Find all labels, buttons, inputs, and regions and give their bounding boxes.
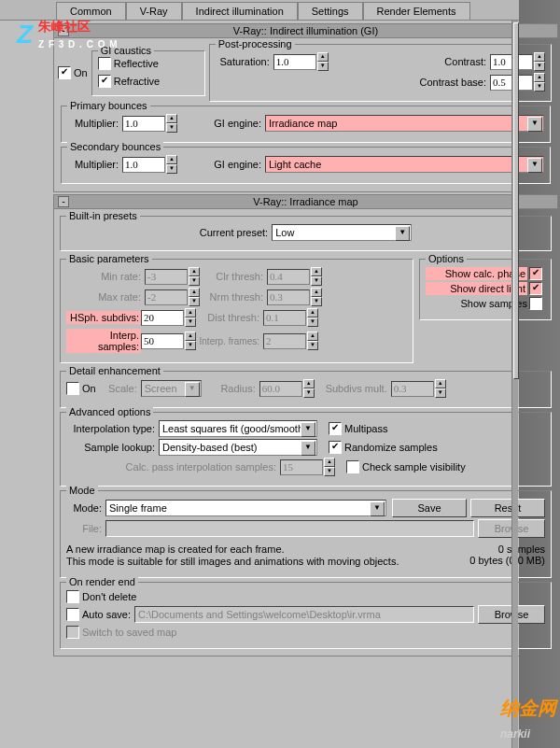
hsph-label: HSph. subdivs:: [66, 311, 141, 324]
interp-frames-spinner[interactable]: 2▲▼: [263, 332, 318, 350]
group-on-render-end: On render end: [66, 576, 138, 587]
min-rate-spinner[interactable]: -3▲▼: [145, 267, 200, 286]
subdivs-mult-spinner[interactable]: 0.3▲▼: [391, 379, 446, 398]
scale-label: Scale:: [96, 383, 141, 394]
bytes-info: 0 bytes (0.0 MB): [469, 555, 545, 566]
secondary-engine-label: GI engine:: [177, 159, 265, 170]
min-rate-label: Min rate:: [66, 271, 145, 282]
on-checkbox[interactable]: ✔On: [58, 66, 88, 79]
radius-spinner[interactable]: 60.0▲▼: [259, 379, 315, 398]
interp-frames-label: Interp. frames:: [196, 336, 263, 346]
tab-vray[interactable]: V-Ray: [126, 2, 182, 20]
group-post-processing: Post-processing: [216, 38, 295, 49]
saturation-label: Saturation:: [216, 56, 273, 67]
max-rate-label: Max rate:: [66, 291, 145, 303]
interp-type-label: Interpolation type:: [66, 423, 159, 434]
group-mode: Mode: [66, 485, 98, 496]
calc-pass-spinner[interactable]: 15▲▼: [280, 458, 335, 476]
interp-type-dropdown[interactable]: Least squares fit (good/smooth▼: [159, 420, 317, 437]
multipass-checkbox[interactable]: ✔Multipass: [329, 422, 387, 435]
interp-samples-spinner[interactable]: 50▲▼: [141, 332, 196, 350]
show-calc-checkbox[interactable]: ✔: [529, 267, 545, 280]
dont-delete-checkbox[interactable]: Don't delete: [66, 590, 136, 603]
tab-settings[interactable]: Settings: [298, 2, 363, 20]
scale-dropdown[interactable]: Screen▼: [141, 380, 202, 397]
detail-on-checkbox[interactable]: On: [66, 382, 96, 395]
randomize-checkbox[interactable]: ✔Randomize samples: [329, 441, 438, 454]
show-direct-checkbox[interactable]: ✔: [529, 282, 545, 295]
dist-thresh-label: Dist thresh:: [196, 312, 263, 323]
chevron-down-icon: ▼: [301, 422, 315, 437]
switch-saved-checkbox[interactable]: Switch to saved map: [66, 626, 177, 639]
group-options: Options: [426, 253, 467, 264]
chevron-down-icon: ▼: [185, 382, 200, 397]
group-secondary-bounces: Secondary bounces: [67, 141, 163, 152]
sample-lookup-dropdown[interactable]: Density-based (best)▼: [159, 439, 317, 456]
secondary-engine-dropdown[interactable]: Light cache▼: [265, 156, 544, 173]
reflective-checkbox[interactable]: Reflective: [98, 57, 159, 70]
scrollbar[interactable]: [511, 21, 518, 748]
watermark-top: Z 朱峰社区Z F 3 D . C O M: [17, 19, 119, 50]
refractive-checkbox[interactable]: ✔Refractive: [98, 75, 161, 88]
check-visibility-checkbox[interactable]: Check sample visibility: [346, 460, 466, 473]
hint-text: A new irradiance map is created for each…: [66, 543, 469, 568]
subdivs-mult-label: Subdivs mult.: [315, 383, 391, 394]
nrm-thresh-label: Nrm thresh:: [200, 291, 267, 303]
hsph-spinner[interactable]: 20▲▼: [141, 308, 196, 327]
auto-save-checkbox[interactable]: Auto save:: [66, 608, 131, 621]
contrast-base-label: Contrast base:: [419, 77, 490, 88]
secondary-mult-label: Multiplier:: [67, 159, 122, 170]
rollout-irr-header[interactable]: -V-Ray:: Irradiance map: [53, 194, 558, 209]
group-basic-parameters: Basic parameters: [66, 253, 152, 264]
tab-render-elements[interactable]: Render Elements: [363, 2, 470, 20]
watermark-bottom: 纳金网narkii: [500, 696, 556, 742]
chevron-down-icon: ▼: [301, 441, 315, 456]
nrm-thresh-spinner[interactable]: 0.3▲▼: [267, 288, 322, 306]
samples-info: 0 samples: [469, 543, 545, 555]
interp-samples-label: Interp. samples:: [66, 329, 141, 353]
max-rate-spinner[interactable]: -2▲▼: [145, 288, 200, 306]
reset-button[interactable]: Reset: [470, 499, 545, 517]
primary-mult-spinner[interactable]: 1.0▲▼: [122, 114, 177, 133]
preset-dropdown[interactable]: Low▼: [272, 224, 412, 241]
calc-pass-label: Calc. pass interpolation samples:: [66, 461, 280, 473]
sample-lookup-label: Sample lookup:: [66, 442, 159, 453]
dist-thresh-spinner[interactable]: 0.1▲▼: [263, 308, 318, 327]
mode-label: Mode:: [66, 502, 105, 514]
primary-mult-label: Multiplier:: [67, 118, 122, 129]
primary-engine-dropdown[interactable]: Irradiance map▼: [265, 115, 544, 132]
group-detail-enhancement: Detail enhancement: [66, 365, 163, 376]
group-advanced-options: Advanced options: [66, 406, 153, 417]
chevron-down-icon: ▼: [527, 117, 542, 132]
chevron-down-icon: ▼: [395, 226, 410, 241]
contrast-label: Contrast:: [329, 56, 490, 67]
file-field[interactable]: [105, 520, 474, 537]
collapse-icon[interactable]: -: [58, 196, 69, 207]
group-builtin-presets: Built-in presets: [66, 210, 140, 221]
chevron-down-icon: ▼: [527, 158, 542, 173]
auto-save-path[interactable]: C:\Documents and Settings\welcome\Deskto…: [134, 606, 474, 623]
chevron-down-icon: ▼: [370, 501, 385, 516]
radius-label: Radius:: [202, 383, 259, 394]
saturation-spinner[interactable]: 1.0▲▼: [273, 52, 329, 71]
tab-indirect-illumination[interactable]: Indirect illumination: [182, 2, 298, 20]
mode-dropdown[interactable]: Single frame▼: [105, 500, 386, 516]
clr-thresh-spinner[interactable]: 0.4▲▼: [267, 267, 322, 286]
show-samples-checkbox[interactable]: [529, 297, 545, 310]
scroll-thumb[interactable]: [513, 22, 519, 379]
save-button[interactable]: Save: [392, 499, 467, 517]
tab-bar: Common V-Ray Indirect illumination Setti…: [0, 0, 560, 21]
group-primary-bounces: Primary bounces: [67, 100, 150, 111]
tab-common[interactable]: Common: [56, 2, 126, 20]
clr-thresh-label: Clr thresh:: [200, 271, 267, 282]
secondary-mult-spinner[interactable]: 1.0▲▼: [122, 155, 177, 174]
file-label: File:: [66, 523, 105, 534]
primary-engine-label: GI engine:: [177, 118, 265, 129]
current-preset-label: Current preset:: [200, 227, 272, 238]
rollout-gi-header[interactable]: -V-Ray:: Indirect illumination (GI): [53, 23, 558, 38]
